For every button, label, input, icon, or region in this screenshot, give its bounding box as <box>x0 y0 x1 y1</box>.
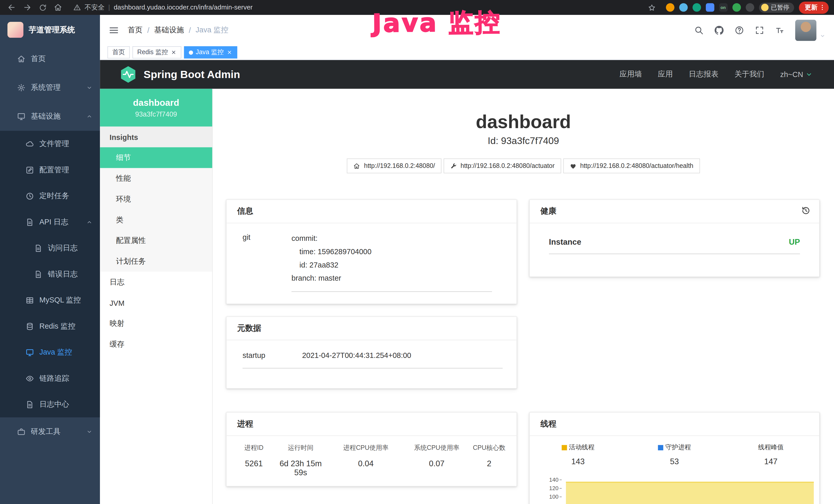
base-url-link[interactable]: http://192.168.0.2:48080/ <box>347 158 441 173</box>
arrow-right-icon <box>23 3 31 12</box>
sidebar-item-system[interactable]: 系统管理 <box>0 73 100 102</box>
sba-group-mappings[interactable]: 映射 <box>100 313 212 334</box>
sba-menu-environment[interactable]: 环境 <box>100 189 212 209</box>
search-icon <box>694 25 704 35</box>
sidebar-item-home[interactable]: 首页 <box>0 45 100 73</box>
font-size-button[interactable] <box>775 25 785 35</box>
extension-icon[interactable]: on <box>719 3 727 12</box>
close-icon[interactable] <box>226 49 233 55</box>
tab-label: 首页 <box>112 48 125 57</box>
wrench-icon <box>450 162 457 169</box>
instance-id: 93a3fc7f7409 <box>135 110 177 118</box>
language-selector[interactable]: zh~CN <box>780 70 813 78</box>
extension-icon[interactable] <box>706 3 714 12</box>
legend-item: 守护进程 <box>658 443 691 452</box>
eye-icon <box>25 374 34 383</box>
address-bar[interactable]: 不安全 | dashboard.yudao.iocoder.cn/infra/a… <box>73 3 645 12</box>
sidebar-menu: 首页 系统管理 基础设施 文件管理 配置管理 <box>0 45 100 446</box>
legend-item: 活动线程 <box>562 443 594 452</box>
reload-button[interactable] <box>36 1 49 14</box>
search-button[interactable] <box>694 25 704 35</box>
update-button[interactable]: 更新 <box>799 1 829 14</box>
sidebar-item-config[interactable]: 配置管理 <box>0 157 100 183</box>
forward-button[interactable] <box>21 1 34 14</box>
extension-icon[interactable] <box>679 3 687 12</box>
fullscreen-button[interactable] <box>755 25 764 35</box>
extension-icon[interactable] <box>692 3 701 12</box>
sba-menu-config-props[interactable]: 配置属性 <box>100 230 212 251</box>
sidebar-item-devtools[interactable]: 研发工具 <box>0 417 100 446</box>
card-title: 进程 <box>226 413 517 436</box>
sidebar-item-access-log[interactable]: 访问日志 <box>0 235 100 261</box>
paused-label: 已暂停 <box>771 3 789 11</box>
font-size-icon <box>775 25 785 35</box>
active-tab-dot <box>189 50 193 55</box>
sidebar-item-error-log[interactable]: 错误日志 <box>0 261 100 287</box>
sba-menu-scheduled-tasks[interactable]: 计划任务 <box>100 251 212 272</box>
column-header: 进程ID <box>230 443 278 452</box>
instance-header: dashboard 93a3fc7f7409 <box>100 89 212 127</box>
history-icon[interactable] <box>801 206 811 215</box>
sidebar-collapse-button[interactable] <box>108 25 119 35</box>
instance-id-line: Id: 93a3fc7f7409 <box>213 136 834 146</box>
nav-about[interactable]: 关于我们 <box>734 70 764 79</box>
sidebar-item-trace[interactable]: 链路追踪 <box>0 365 100 391</box>
sidebar-item-java[interactable]: Java 监控 <box>0 339 100 365</box>
sync-paused-chip[interactable]: 已暂停 <box>759 2 794 12</box>
bookmark-star-button[interactable] <box>645 1 658 14</box>
tab-label: Redis 监控 <box>137 48 168 57</box>
browser-toolbar: 不安全 | dashboard.yudao.iocoder.cn/infra/a… <box>0 0 834 15</box>
tab-home[interactable]: 首页 <box>107 46 130 59</box>
sidebar-item-mysql[interactable]: MySQL 监控 <box>0 287 100 313</box>
legend-value: 143 <box>571 457 585 466</box>
tab-java[interactable]: Java 监控 <box>184 46 237 59</box>
process-card: 进程 进程ID 运行时间 进程CPU使用率 系统CPU使用率 CPU核心数 52… <box>226 412 517 486</box>
sba-menu-details[interactable]: 细节 <box>100 147 212 168</box>
sba-group-jvm[interactable]: JVM <box>100 293 212 313</box>
sidebar-item-log-center[interactable]: 日志中心 <box>0 391 100 417</box>
smiley-icon <box>761 4 768 11</box>
sba-menu-metrics[interactable]: 性能 <box>100 168 212 189</box>
user-avatar[interactable] <box>795 20 816 41</box>
nav-wallboard[interactable]: 应用墙 <box>619 70 642 79</box>
tab-redis[interactable]: Redis 监控 <box>133 46 182 59</box>
sba-brand[interactable]: Spring Boot Admin <box>119 66 240 84</box>
health-url-link[interactable]: http://192.168.0.2:48080/actuator/health <box>563 158 700 173</box>
info-value-line: commit: <box>291 232 492 245</box>
cell-value: 0.07 <box>409 459 465 477</box>
breadcrumb: 首页 / 基础设施 / Java 监控 <box>128 25 228 35</box>
language-label: zh~CN <box>780 70 803 78</box>
sidebar-item-redis[interactable]: Redis 监控 <box>0 313 100 339</box>
health-instance-label: Instance <box>549 237 581 246</box>
breadcrumb-home[interactable]: 首页 <box>128 25 142 35</box>
actuator-url-link[interactable]: http://192.168.0.2:48080/actuator <box>444 158 561 173</box>
sidebar-item-infra[interactable]: 基础设施 <box>0 102 100 131</box>
close-icon[interactable] <box>171 49 177 55</box>
metadata-row-label: startup <box>242 351 302 360</box>
sidebar-item-api-log[interactable]: API 日志 <box>0 209 100 235</box>
chevron-down-icon <box>86 85 92 91</box>
threads-chart: 140 120 100 <box>543 474 814 504</box>
sba-navbar: Spring Boot Admin 应用墙 应用 日志报表 关于我们 zh~CN <box>100 60 834 89</box>
sidebar-item-cron[interactable]: 定时任务 <box>0 183 100 209</box>
sba-group-logging[interactable]: 日志 <box>100 272 212 293</box>
extension-icon[interactable] <box>666 3 674 12</box>
extension-icon[interactable] <box>732 3 741 12</box>
back-button[interactable] <box>5 1 18 14</box>
sba-menu-beans[interactable]: 类 <box>100 209 212 230</box>
home-button[interactable] <box>52 1 64 14</box>
metadata-card: 元数据 startup 2021-04-27T00:44:31.254+08:0… <box>226 316 517 389</box>
sba-group-caches[interactable]: 缓存 <box>100 334 212 354</box>
monitor-icon <box>25 348 34 357</box>
github-button[interactable] <box>714 25 724 35</box>
breadcrumb-infra[interactable]: 基础设施 <box>154 25 184 35</box>
chevron-down-icon <box>86 429 92 435</box>
update-label: 更新 <box>805 3 817 12</box>
help-button[interactable] <box>734 25 744 35</box>
sidebar-item-file[interactable]: 文件管理 <box>0 131 100 157</box>
omnibox-divider: | <box>108 4 110 11</box>
nav-journal[interactable]: 日志报表 <box>688 70 719 79</box>
extension-icon[interactable] <box>745 3 754 12</box>
card-title: 线程 <box>530 413 819 436</box>
nav-applications[interactable]: 应用 <box>658 70 673 79</box>
